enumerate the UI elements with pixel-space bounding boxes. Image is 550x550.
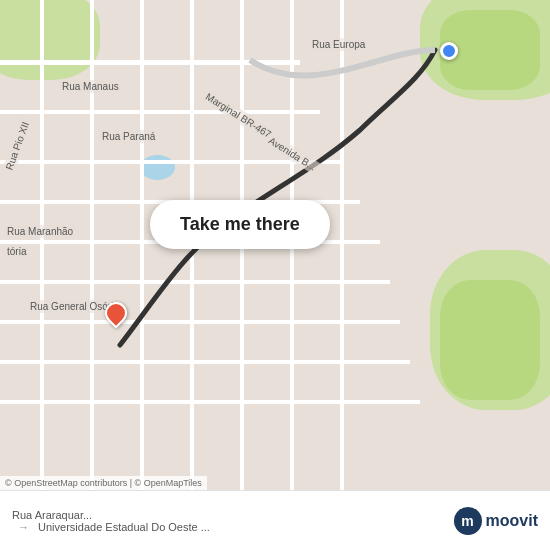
road-h3 bbox=[0, 160, 340, 164]
road-h6 bbox=[0, 280, 390, 284]
route-from: Rua Araraquar... bbox=[12, 509, 444, 521]
origin-marker bbox=[105, 302, 127, 330]
road-label-parana: Rua Paraná bbox=[100, 130, 157, 143]
green-area-top-left bbox=[0, 0, 100, 80]
moovit-text: moovit bbox=[486, 512, 538, 530]
road-h9 bbox=[0, 400, 420, 404]
road-label-maranhao: Rua Maranhão bbox=[5, 225, 75, 238]
moovit-logo: m moovit bbox=[454, 507, 538, 535]
map-container: Rua Europa Rua Manaus Rua Paraná Margina… bbox=[0, 0, 550, 490]
road-h2 bbox=[0, 110, 320, 114]
water-body bbox=[140, 155, 175, 180]
bottom-bar-route-info: Rua Araraquar... → Universidade Estadual… bbox=[12, 509, 444, 533]
map-attribution: © OpenStreetMap contributors | © OpenMap… bbox=[0, 476, 207, 490]
take-me-there-button[interactable]: Take me there bbox=[150, 200, 330, 249]
destination-marker bbox=[440, 42, 458, 60]
road-h1 bbox=[0, 60, 300, 65]
green-area-bottom-right-inner bbox=[440, 280, 540, 400]
road-v1 bbox=[40, 0, 44, 490]
road-v7 bbox=[340, 0, 344, 490]
road-h8 bbox=[0, 360, 410, 364]
road-v3 bbox=[140, 0, 144, 490]
moovit-dot: m bbox=[454, 507, 482, 535]
route-to: Universidade Estadual Do Oeste ... bbox=[38, 521, 210, 533]
road-v2 bbox=[90, 0, 94, 490]
road-label-vitoria: tória bbox=[5, 245, 28, 258]
road-label-manaus: Rua Manaus bbox=[60, 80, 121, 93]
origin-marker-circle bbox=[100, 297, 131, 328]
route-arrow: → bbox=[18, 521, 29, 533]
road-label-europa: Rua Europa bbox=[310, 38, 367, 51]
moovit-logo-container: m moovit bbox=[454, 507, 538, 535]
bottom-bar: Rua Araraquar... → Universidade Estadual… bbox=[0, 490, 550, 550]
